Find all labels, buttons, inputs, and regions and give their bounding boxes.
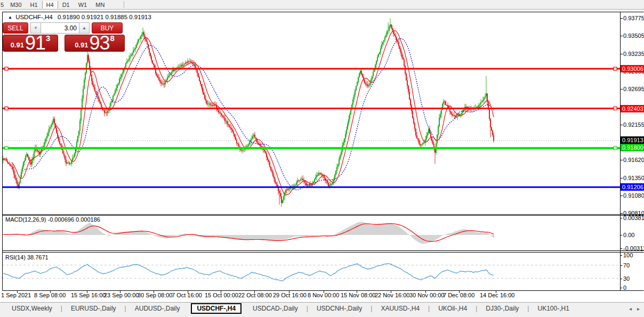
- timeframe-button-m5[interactable]: 5: [0, 1, 6, 9]
- indicator-axis-label: 0: [623, 285, 626, 291]
- sell-price-prefix: 0.91: [11, 41, 24, 49]
- price-badge: 0.92403: [621, 105, 644, 112]
- tab-separator: |: [428, 305, 430, 312]
- price-tick-label: 0.91620: [623, 157, 644, 163]
- tab-scroll-right-icon[interactable]: ▸: [637, 306, 640, 312]
- chart-ohlc: 0.91890 0.91921 0.91885 0.91913: [58, 14, 151, 20]
- tab-separator: |: [476, 305, 477, 312]
- timeframe-button-m30[interactable]: M30: [6, 1, 26, 9]
- tab-eurusd-daily[interactable]: EURUSD-,Daily: [66, 304, 122, 313]
- indicator-axis-label: 100: [623, 252, 633, 258]
- tab-dj30-daily[interactable]: DJ30-,Daily: [480, 304, 524, 313]
- tab-scroll-arrows: ◂ ▸: [629, 306, 640, 312]
- date-label: 22 Nov 16:00: [375, 292, 409, 298]
- date-label: 8 Nov 00:00: [308, 292, 339, 298]
- collapse-triangle-icon[interactable]: ▲: [8, 15, 12, 20]
- price-badge: 0.91913: [621, 136, 644, 144]
- price-tick-label: 0.91080: [623, 192, 644, 199]
- timeframe-toolbar: 5 M30H1H4D1W1MN: [0, 0, 644, 10]
- status-strip: [0, 314, 644, 317]
- timeframe-button-d1[interactable]: D1: [58, 1, 74, 9]
- date-label: 14 Dec 16:00: [480, 292, 514, 298]
- indicator-axis-label: -0.003115: [623, 245, 644, 251]
- rsi-panel: [2, 264, 620, 281]
- price-badge: 0.93006: [621, 65, 644, 72]
- chart-title: ▲ USDCHF-,H4 0.91890 0.91921 0.91885 0.9…: [8, 14, 151, 20]
- tab-separator: |: [125, 305, 126, 312]
- rsi-label: RSI(14) 38.7671: [5, 254, 49, 261]
- sell-price-main: 91: [25, 35, 45, 51]
- date-label: 30 Nov 00:00: [409, 292, 444, 298]
- buy-price-main: 93: [89, 35, 109, 51]
- macd-label: MACD(12,26,9) -0.000696 0.000186: [5, 216, 100, 223]
- one-click-trading-panel: SELL ▼ 3.00 ▲ BUY 0.91 91 3 0.91 93 8: [3, 22, 125, 53]
- indicator-axis-label: 30: [623, 275, 630, 282]
- timeframe-button-h4[interactable]: H4: [42, 1, 58, 9]
- tab-separator: |: [527, 305, 529, 312]
- tab-separator: |: [371, 305, 372, 312]
- tab-audusd-daily[interactable]: AUDUSD-,Daily: [130, 304, 186, 313]
- tab-scroll-left-icon[interactable]: ◂: [629, 306, 632, 312]
- timeframe-button-mn[interactable]: MN: [91, 1, 109, 9]
- tab-usdx-weekly[interactable]: USDX,Weekly: [6, 304, 58, 313]
- date-label: 29 Oct 16:00: [273, 292, 307, 298]
- price-badge: 0.91800: [621, 144, 644, 151]
- date-label: 7 Dec 08:00: [443, 292, 474, 298]
- date-label: 7 Oct 16:00: [172, 292, 202, 298]
- price-tick-label: 0.92155: [623, 121, 644, 128]
- indicator-axis-label: 70: [623, 262, 630, 269]
- tab-uk100-h1[interactable]: UK100-,H1: [532, 304, 574, 313]
- date-label: 15 Nov 08:00: [341, 292, 375, 298]
- price-tick-label: 0.93235: [623, 51, 644, 57]
- sell-button[interactable]: SELL: [3, 22, 28, 34]
- tab-usdcnh-daily[interactable]: USDCNH-,Daily: [311, 304, 367, 313]
- volume-input[interactable]: 3.00: [41, 22, 79, 34]
- date-label: 1 Sep 2021: [1, 292, 31, 298]
- tab-ukoil-h4[interactable]: UKOil-,H4: [433, 304, 472, 313]
- indicator-axis-label: 0.00: [623, 232, 634, 238]
- chart-tab-bar: USDX,Weekly|EURUSD-,Daily|AUDUSD-,DailyU…: [0, 302, 644, 314]
- tab-xauusd-h4[interactable]: XAUUSD-,H4: [375, 304, 425, 313]
- date-label: 22 Oct 08:00: [238, 292, 272, 298]
- buy-price-button[interactable]: 0.91 93 8: [65, 35, 125, 52]
- timeframe-button-h1[interactable]: H1: [26, 1, 42, 9]
- price-badge: 0.91206: [621, 183, 644, 191]
- buy-price-pip: 8: [110, 34, 115, 43]
- price-tick-label: 0.93505: [623, 32, 644, 39]
- date-label: 15 Sep 16:00: [71, 292, 106, 298]
- price-tick-label: 0.93775: [623, 15, 644, 21]
- tab-separator: |: [307, 305, 308, 312]
- moving-averages: [12, 31, 494, 195]
- sell-price-button[interactable]: 0.91 91 3: [3, 35, 58, 52]
- date-label: 8 Sep 08:00: [34, 292, 66, 298]
- price-tick-label: 0.92695: [623, 86, 644, 92]
- timeframe-buttons: M30H1H4D1W1MN: [6, 1, 109, 9]
- date-label: 30 Sep 08:00: [138, 292, 172, 298]
- buy-price-prefix: 0.91: [75, 41, 88, 49]
- tab-usdcad-daily[interactable]: USDCAD-,Daily: [247, 304, 303, 313]
- price-tick-label: 0.91350: [623, 175, 644, 181]
- toolbar-separator: [124, 1, 124, 8]
- tab-separator: |: [61, 305, 62, 312]
- timeframe-button-w1[interactable]: W1: [74, 1, 92, 9]
- chart-tabs: USDX,Weekly|EURUSD-,Daily|AUDUSD-,DailyU…: [6, 303, 575, 314]
- tab-usdchf-h4[interactable]: USDCHF-,H4: [191, 303, 241, 314]
- sell-price-pip: 3: [46, 34, 50, 43]
- date-label: 23 Sep 00:00: [104, 292, 139, 298]
- indicator-axis-label: 0.003811: [623, 215, 644, 221]
- chart-symbol: USDCHF-,H4: [15, 14, 53, 20]
- chart-frame: [3, 12, 644, 294]
- date-label: 15 Oct 00:00: [205, 292, 238, 298]
- volume-up-icon[interactable]: ▲: [79, 22, 90, 34]
- macd-panel: [3, 222, 494, 244]
